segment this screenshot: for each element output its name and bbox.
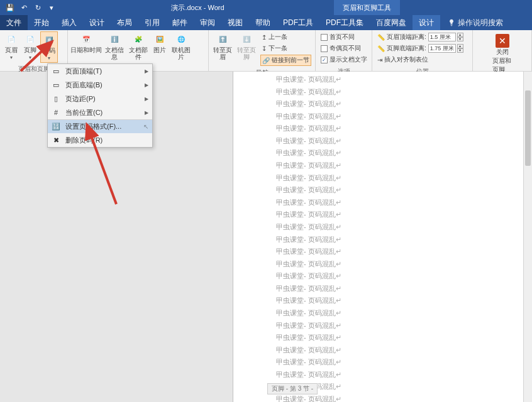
submenu-arrow-icon: ▶ [145,110,148,116]
goto-footer-button[interactable]: ⬇️ 转至页脚 [235,31,258,62]
page-number-menu: ▭ 页面顶端(T) ▶ ▭ 页面底端(B) ▶ ▯ 页边距(P) ▶ # 当前位… [47,63,153,148]
submenu-arrow-icon: ▶ [145,96,148,102]
title-bar: 💾 ↶ ↻ ▾ 演示.docx - Word 页眉和页脚工具 [0,0,532,15]
tab-mailings[interactable]: 邮件 [166,15,194,30]
diff-oddeven-checkbox[interactable]: 奇偶页不同 [319,43,369,53]
tab-view[interactable]: 视图 [221,15,249,30]
document-text-line: 甲虫课堂- 页码混乱↵ [276,172,485,185]
menu-top-of-page[interactable]: ▭ 页面顶端(T) ▶ [48,64,152,78]
picture-button[interactable]: 🖼️ 图片 [151,31,169,55]
menu-current-position[interactable]: # 当前位置(C) ▶ [48,106,152,119]
scrollbar-thumb[interactable] [525,90,531,166]
document-text-line: 甲虫课堂- 页码混乱↵ [276,111,485,123]
group-close: ✕ 关闭 页眉和页脚 关闭 [473,30,532,71]
page-top-icon: ▭ [52,67,60,75]
vertical-scrollbar[interactable] [523,72,532,402]
spin-down-icon[interactable]: ▾ [457,48,463,53]
save-icon[interactable]: 💾 [5,3,15,13]
header-distance-field[interactable]: 📏 页眉顶端距离: 1.5 厘米 ▴▾ [376,32,465,42]
online-picture-button[interactable]: 🌐 联机图片 [170,31,192,62]
document-text-line: 甲虫课堂- 页码混乱↵ [276,86,485,99]
spin-down-icon[interactable]: ▾ [457,37,463,41]
tab-hf-design[interactable]: 设计 [413,15,440,30]
goto-header-button[interactable]: ⬆️ 转至页眉 [211,31,234,62]
prev-section-button[interactable]: ↥ 上一条 [260,32,311,42]
tab-help[interactable]: 帮助 [249,15,277,30]
document-text-line: 甲虫课堂- 页码混乱↵ [276,147,485,160]
document-page[interactable]: 甲虫课堂- 页码混乱↵甲虫课堂- 页码混乱↵甲虫课堂- 页码混乱↵甲虫课堂- 页… [233,72,528,402]
group-position: 📏 页眉顶端距离: 1.5 厘米 ▴▾ 📏 页脚底端距离: 1.75 厘米 ▴▾… [372,30,473,71]
close-hf-button[interactable]: ✕ 关闭 页眉和页脚 [490,31,515,77]
tab-file[interactable]: 文件 [0,15,28,30]
document-text-line: 甲虫课堂- 页码混乱↵ [276,295,485,307]
group-navigation: ⬆️ 转至页眉 ⬇️ 转至页脚 ↥ 上一条 ↧ 下一条 🔗 链接到前一节 [209,30,316,71]
tab-home[interactable]: 开始 [28,15,55,30]
menu-page-margins[interactable]: ▯ 页边距(P) ▶ [48,92,152,106]
margins-icon: ▯ [52,94,60,103]
document-text-line: 甲虫课堂- 页码混乱↵ [276,320,485,332]
format-icon: 🔢 [52,122,60,131]
tab-baidu[interactable]: 百度网盘 [370,15,413,30]
document-text-line: 甲虫课堂- 页码混乱↵ [276,122,485,135]
context-tab-header-footer: 页眉和页脚工具 [334,0,400,15]
tab-insert[interactable]: 插入 [55,15,83,30]
tell-me-label: 操作说明搜索 [458,18,503,28]
document-text-line: 甲虫课堂- 页码混乱↵ [276,356,485,369]
header-button[interactable]: 📄 页眉▾ [3,31,20,62]
goto-header-icon: ⬆️ [216,33,229,45]
ruler-icon: 📏 [377,45,385,52]
online-picture-icon: 🌐 [175,33,187,45]
document-text-line: 甲虫课堂- 页码混乱↵ [276,209,485,221]
menu-format-page-numbers[interactable]: 🔢 设置页码格式(F)... ↖ [48,119,152,133]
show-text-checkbox[interactable]: ✓显示文档文字 [319,55,369,65]
document-text-line: 甲虫课堂- 页码混乱↵ [276,135,485,148]
menu-bottom-of-page[interactable]: ▭ 页面底端(B) ▶ [48,78,152,92]
quick-access-toolbar: 💾 ↶ ↻ ▾ [0,3,62,13]
document-text-line: 甲虫课堂- 页码混乱↵ [276,197,485,209]
undo-icon[interactable]: ↶ [19,3,29,13]
document-text-line: 甲虫课堂- 页码混乱↵ [276,258,485,271]
tab-layout[interactable]: 布局 [111,15,138,30]
diff-first-checkbox[interactable]: 首页不同 [319,32,369,42]
calendar-icon: 📅 [80,33,92,45]
menu-remove-page-numbers[interactable]: ✖ 删除页码(R) [48,133,152,147]
document-text-line: 甲虫课堂- 页码混乱↵ [276,369,485,381]
next-icon: ↧ [262,45,267,52]
group-options: 首页不同 奇偶页不同 ✓显示文档文字 选项 [316,30,372,71]
cursor-icon: # [52,108,60,117]
page-number-button[interactable]: #️⃣ 页码▾ [40,31,58,63]
tab-pdftool[interactable]: PDF工具 [277,15,319,30]
parts-icon: 🧩 [132,33,145,45]
footer-distance-field[interactable]: 📏 页脚底端距离: 1.75 厘米 ▴▾ [376,43,465,53]
info-icon: ℹ️ [108,33,121,45]
next-section-button[interactable]: ↧ 下一条 [260,43,311,53]
bulb-icon [448,19,455,26]
tab-design[interactable]: 设计 [83,15,111,30]
redo-icon[interactable]: ↻ [33,3,43,13]
document-text-line: 甲虫课堂- 页码混乱↵ [276,270,485,283]
document-text-line: 甲虫课堂- 页码混乱↵ [276,332,485,344]
document-text-line: 甲虫课堂- 页码混乱↵ [276,344,485,357]
document-text-line: 甲虫课堂- 页码混乱↵ [276,221,485,234]
qat-customize-icon[interactable]: ▾ [47,3,57,13]
document-text-line: 甲虫课堂- 页码混乱↵ [276,283,485,295]
tab-pdftoolset[interactable]: PDF工具集 [319,15,370,30]
footer-button[interactable]: 📄 页脚▾ [21,31,39,62]
tab-review[interactable]: 审阅 [194,15,221,30]
picture-icon: 🖼️ [153,33,166,45]
ruler-icon: 📏 [377,34,385,41]
link-icon: 🔗 [262,57,270,64]
tell-me[interactable]: 操作说明搜索 [448,18,503,28]
align-tab-button[interactable]: ⇥ 插入对齐制表位 [376,55,465,65]
tab-references[interactable]: 引用 [138,15,166,30]
datetime-button[interactable]: 📅 日期和时间 [70,31,102,55]
page-bottom-icon: ▭ [52,80,60,89]
page-number-icon: #️⃣ [43,33,55,46]
spin-up-icon[interactable]: ▴ [457,33,463,37]
document-text-line: 甲虫课堂- 页码混乱↵ [276,184,485,197]
document-text-line: 甲虫课堂- 页码混乱↵ [276,307,485,320]
link-previous-button[interactable]: 🔗 链接到前一节 [260,55,311,66]
header-icon: 📄 [5,33,18,45]
spin-up-icon[interactable]: ▴ [457,44,463,48]
submenu-arrow-icon: ▶ [145,68,148,74]
